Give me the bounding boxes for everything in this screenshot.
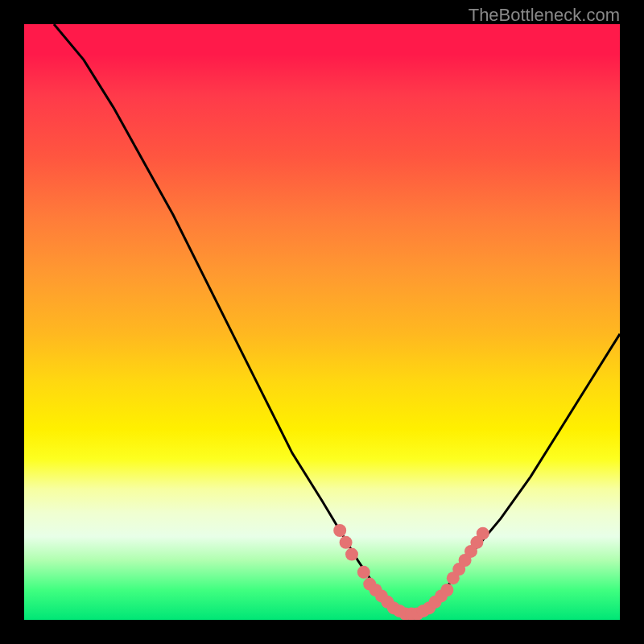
svg-point-23: [477, 527, 489, 540]
svg-point-3: [357, 566, 370, 579]
curve-svg: [24, 24, 620, 620]
curve-markers: [333, 524, 489, 620]
chart-container: TheBottleneck.com: [0, 0, 644, 644]
watermark-text: TheBottleneck.com: [469, 5, 620, 26]
svg-point-1: [340, 536, 353, 549]
plot-area: [24, 24, 620, 620]
svg-point-0: [333, 524, 346, 537]
svg-point-2: [345, 548, 358, 561]
svg-point-17: [440, 584, 453, 597]
